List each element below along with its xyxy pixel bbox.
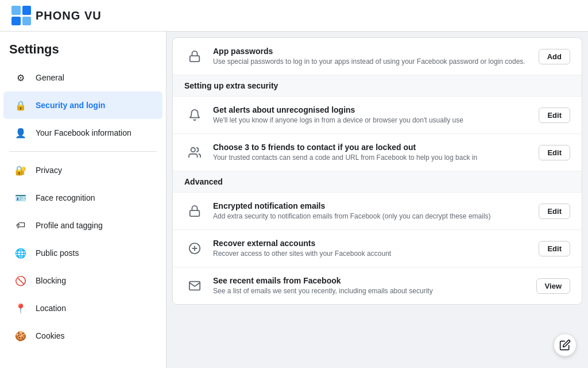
trusted-contacts-text: Choose 3 to 5 friends to contact if you … (213, 143, 531, 163)
alerts-logins-row: Get alerts about unrecognised logins We'… (173, 97, 582, 134)
logo-text: PHONG VU (36, 9, 102, 22)
trusted-contacts-icon (184, 142, 205, 163)
view-recent-emails-button[interactable]: View (536, 278, 570, 294)
svg-rect-2 (190, 210, 200, 216)
location-icon: 📍 (13, 300, 29, 316)
sidebar-item-label: Privacy (36, 166, 62, 175)
add-app-password-button[interactable]: Add (539, 49, 570, 64)
recent-emails-action: View (536, 278, 570, 294)
alerts-desc: We'll let you know if anyone logs in fro… (213, 116, 531, 125)
alerts-icon (184, 105, 205, 125)
privacy-icon: 🔐 (13, 162, 29, 178)
alerts-title: Get alerts about unrecognised logins (213, 105, 531, 114)
app-passwords-action: Add (539, 49, 570, 64)
recover-accounts-row: Recover external accounts Recover access… (173, 230, 582, 267)
recover-accounts-title: Recover external accounts (213, 239, 531, 248)
recover-accounts-icon (184, 238, 205, 259)
trusted-contacts-action: Edit (539, 145, 570, 160)
trusted-contacts-title: Choose 3 to 5 friends to contact if you … (213, 143, 531, 152)
settings-panel: App passwords Use special passwords to l… (172, 37, 582, 305)
sidebar-item-location[interactable]: 📍 Location (3, 294, 163, 322)
recent-emails-row: See recent emails from Facebook See a li… (173, 267, 582, 304)
recover-accounts-action: Edit (539, 241, 570, 256)
encrypted-emails-icon (184, 201, 205, 221)
sidebar-item-privacy[interactable]: 🔐 Privacy (3, 156, 163, 184)
sidebar-divider (9, 151, 157, 152)
sidebar-title: Settings (0, 37, 166, 64)
sidebar: Settings ⚙ General 🔒 Security and login … (0, 32, 167, 368)
section-header-extra-security: Setting up extra security (173, 75, 582, 97)
security-icon: 🔒 (13, 97, 29, 113)
sidebar-item-label: General (36, 73, 64, 82)
app-passwords-row: App passwords Use special passwords to l… (173, 38, 582, 75)
logo-cell-1 (11, 6, 21, 15)
trusted-contacts-row: Choose 3 to 5 friends to contact if you … (173, 134, 582, 171)
edit-recover-accounts-button[interactable]: Edit (539, 241, 570, 256)
floating-edit-button[interactable] (554, 334, 577, 356)
sidebar-item-label: Your Facebook information (36, 128, 131, 137)
profile-tagging-icon: 🏷 (13, 217, 29, 233)
content-area: App passwords Use special passwords to l… (167, 32, 588, 368)
encrypted-emails-text: Encrypted notification emails Add extra … (213, 201, 531, 221)
logo-cell-4 (22, 17, 32, 26)
logo-area: PHONG VU (11, 6, 102, 25)
encrypted-emails-row: Encrypted notification emails Add extra … (173, 193, 582, 230)
app-passwords-title: App passwords (213, 47, 531, 56)
logo-cell-2 (22, 6, 32, 15)
sidebar-item-label: Security and login (36, 101, 105, 110)
sidebar-item-general[interactable]: ⚙ General (3, 64, 163, 91)
facebook-info-icon: 👤 (13, 125, 29, 141)
sidebar-item-facebook-info[interactable]: 👤 Your Facebook information (3, 119, 163, 147)
svg-point-1 (191, 148, 195, 152)
sidebar-item-profile-tagging[interactable]: 🏷 Profile and tagging (3, 212, 163, 239)
sidebar-item-security[interactable]: 🔒 Security and login (3, 91, 163, 119)
encrypted-emails-action: Edit (539, 204, 570, 219)
logo-grid (11, 6, 31, 25)
cookies-icon: 🍪 (13, 328, 29, 344)
top-bar: PHONG VU (0, 0, 588, 32)
app-passwords-text: App passwords Use special passwords to l… (213, 47, 531, 67)
encrypted-emails-desc: Add extra security to notification email… (213, 212, 531, 221)
face-recognition-icon: 🪪 (13, 190, 29, 206)
sidebar-item-label: Blocking (36, 276, 66, 285)
recover-accounts-desc: Recover access to other sites with your … (213, 249, 531, 259)
edit-trusted-contacts-button[interactable]: Edit (539, 145, 570, 160)
sidebar-item-label: Cookies (36, 331, 65, 340)
sidebar-item-blocking[interactable]: 🚫 Blocking (3, 267, 163, 294)
alerts-text: Get alerts about unrecognised logins We'… (213, 105, 531, 125)
logo-cell-3 (11, 17, 21, 26)
sidebar-item-cookies[interactable]: 🍪 Cookies (3, 322, 163, 350)
recover-accounts-text: Recover external accounts Recover access… (213, 239, 531, 259)
sidebar-item-public-posts[interactable]: 🌐 Public posts (3, 239, 163, 267)
sidebar-item-face-recognition[interactable]: 🪪 Face recognition (3, 184, 163, 212)
blocking-icon: 🚫 (13, 273, 29, 289)
svg-rect-0 (190, 56, 200, 62)
public-posts-icon: 🌐 (13, 245, 29, 261)
trusted-contacts-desc: Your trusted contacts can send a code an… (213, 153, 531, 163)
alerts-action: Edit (539, 108, 570, 123)
recent-emails-desc: See a list of emails we sent you recentl… (213, 286, 528, 296)
edit-alerts-button[interactable]: Edit (539, 108, 570, 123)
sidebar-item-label: Location (36, 304, 66, 313)
encrypted-emails-title: Encrypted notification emails (213, 201, 531, 210)
general-icon: ⚙ (13, 70, 29, 86)
recent-emails-icon (184, 275, 205, 296)
sidebar-item-label: Face recognition (36, 193, 95, 202)
app-passwords-icon (184, 46, 205, 67)
sidebar-item-label: Public posts (36, 248, 79, 258)
recent-emails-text: See recent emails from Facebook See a li… (213, 276, 528, 296)
edit-encrypted-emails-button[interactable]: Edit (539, 204, 570, 219)
section-header-advanced: Advanced (173, 171, 582, 193)
sidebar-item-label: Profile and tagging (36, 221, 103, 230)
recent-emails-title: See recent emails from Facebook (213, 276, 528, 285)
app-passwords-desc: Use special passwords to log in to your … (213, 57, 531, 67)
